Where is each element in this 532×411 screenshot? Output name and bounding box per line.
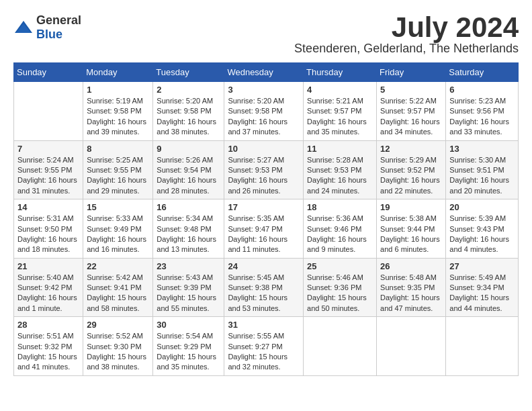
day-info: Sunrise: 5:36 AM Sunset: 9:46 PM Dayligh…	[307, 214, 373, 255]
day-info: Sunrise: 5:45 AM Sunset: 9:38 PM Dayligh…	[228, 273, 300, 314]
day-info: Sunrise: 5:33 AM Sunset: 9:49 PM Dayligh…	[87, 214, 149, 255]
calendar-cell: 28Sunrise: 5:51 AM Sunset: 9:32 PM Dayli…	[14, 317, 83, 376]
header-row: Sunday Monday Tuesday Wednesday Thursday…	[14, 63, 519, 82]
day-info: Sunrise: 5:30 AM Sunset: 9:51 PM Dayligh…	[449, 155, 515, 197]
day-number: 5	[380, 85, 442, 95]
day-info: Sunrise: 5:29 AM Sunset: 9:52 PM Dayligh…	[380, 155, 442, 197]
calendar-cell: 16Sunrise: 5:34 AM Sunset: 9:48 PM Dayli…	[153, 199, 224, 259]
day-info: Sunrise: 5:27 AM Sunset: 9:53 PM Dayligh…	[228, 155, 300, 197]
day-number: 8	[87, 144, 149, 154]
header-tuesday: Tuesday	[153, 63, 224, 82]
header-wednesday: Wednesday	[224, 63, 304, 82]
calendar-body: 1Sunrise: 5:19 AM Sunset: 9:58 PM Daylig…	[14, 82, 519, 376]
page-header: General Blue July 2024 Steenderen, Gelde…	[13, 13, 519, 56]
calendar-cell: 15Sunrise: 5:33 AM Sunset: 9:49 PM Dayli…	[83, 199, 153, 259]
day-info: Sunrise: 5:20 AM Sunset: 9:58 PM Dayligh…	[157, 96, 220, 138]
day-info: Sunrise: 5:26 AM Sunset: 9:54 PM Dayligh…	[157, 155, 220, 197]
header-thursday: Thursday	[304, 63, 377, 82]
logo: General Blue	[13, 13, 81, 42]
calendar-cell: 5Sunrise: 5:22 AM Sunset: 9:57 PM Daylig…	[377, 82, 446, 141]
day-info: Sunrise: 5:55 AM Sunset: 9:27 PM Dayligh…	[228, 331, 300, 373]
calendar-cell: 8Sunrise: 5:25 AM Sunset: 9:55 PM Daylig…	[83, 140, 153, 199]
day-info: Sunrise: 5:25 AM Sunset: 9:55 PM Dayligh…	[87, 155, 149, 197]
day-number: 19	[380, 202, 442, 212]
day-info: Sunrise: 5:24 AM Sunset: 9:55 PM Dayligh…	[17, 155, 79, 197]
calendar-cell: 6Sunrise: 5:23 AM Sunset: 9:56 PM Daylig…	[446, 82, 519, 141]
header-saturday: Saturday	[446, 63, 519, 82]
day-info: Sunrise: 5:43 AM Sunset: 9:39 PM Dayligh…	[157, 273, 220, 314]
location-title: Steenderen, Gelderland, The Netherlands	[294, 42, 519, 56]
day-number: 13	[449, 144, 515, 154]
day-number: 29	[87, 320, 149, 330]
calendar-cell: 22Sunrise: 5:42 AM Sunset: 9:41 PM Dayli…	[83, 258, 153, 317]
calendar-week-5: 28Sunrise: 5:51 AM Sunset: 9:32 PM Dayli…	[14, 317, 519, 376]
calendar-cell: 24Sunrise: 5:45 AM Sunset: 9:38 PM Dayli…	[224, 258, 304, 317]
calendar-cell: 23Sunrise: 5:43 AM Sunset: 9:39 PM Dayli…	[153, 258, 224, 317]
day-number: 22	[87, 261, 149, 271]
calendar-cell: 27Sunrise: 5:49 AM Sunset: 9:34 PM Dayli…	[446, 258, 519, 317]
header-sunday: Sunday	[14, 63, 83, 82]
calendar-table: Sunday Monday Tuesday Wednesday Thursday…	[13, 62, 519, 376]
calendar-cell: 14Sunrise: 5:31 AM Sunset: 9:50 PM Dayli…	[14, 199, 83, 259]
day-info: Sunrise: 5:22 AM Sunset: 9:57 PM Dayligh…	[380, 96, 442, 138]
calendar-cell: 13Sunrise: 5:30 AM Sunset: 9:51 PM Dayli…	[446, 140, 519, 199]
calendar-cell: 20Sunrise: 5:39 AM Sunset: 9:43 PM Dayli…	[446, 199, 519, 259]
calendar-week-2: 7Sunrise: 5:24 AM Sunset: 9:55 PM Daylig…	[14, 140, 519, 199]
day-number: 14	[17, 202, 79, 212]
calendar-cell: 17Sunrise: 5:35 AM Sunset: 9:47 PM Dayli…	[224, 199, 304, 259]
month-year-title: July 2024	[294, 13, 519, 42]
day-info: Sunrise: 5:21 AM Sunset: 9:57 PM Dayligh…	[307, 96, 373, 138]
day-number: 27	[449, 261, 515, 271]
day-info: Sunrise: 5:28 AM Sunset: 9:53 PM Dayligh…	[307, 155, 373, 197]
day-info: Sunrise: 5:46 AM Sunset: 9:36 PM Dayligh…	[307, 273, 373, 314]
calendar-cell	[446, 317, 519, 376]
day-info: Sunrise: 5:48 AM Sunset: 9:35 PM Dayligh…	[380, 273, 442, 314]
day-number: 15	[87, 202, 149, 212]
calendar-cell: 30Sunrise: 5:54 AM Sunset: 9:29 PM Dayli…	[153, 317, 224, 376]
day-number: 6	[449, 85, 515, 95]
day-number: 25	[307, 261, 373, 271]
calendar-cell: 25Sunrise: 5:46 AM Sunset: 9:36 PM Dayli…	[304, 258, 377, 317]
header-friday: Friday	[377, 63, 446, 82]
calendar-cell: 12Sunrise: 5:29 AM Sunset: 9:52 PM Dayli…	[377, 140, 446, 199]
day-number: 7	[17, 144, 79, 154]
day-number: 31	[228, 320, 300, 330]
calendar-cell: 1Sunrise: 5:19 AM Sunset: 9:58 PM Daylig…	[83, 82, 153, 141]
calendar-week-1: 1Sunrise: 5:19 AM Sunset: 9:58 PM Daylig…	[14, 82, 519, 141]
day-info: Sunrise: 5:52 AM Sunset: 9:30 PM Dayligh…	[87, 331, 149, 373]
day-number: 12	[380, 144, 442, 154]
calendar-cell: 29Sunrise: 5:52 AM Sunset: 9:30 PM Dayli…	[83, 317, 153, 376]
day-number: 26	[380, 261, 442, 271]
calendar-header: Sunday Monday Tuesday Wednesday Thursday…	[14, 63, 519, 82]
day-number: 10	[228, 144, 300, 154]
calendar-cell: 2Sunrise: 5:20 AM Sunset: 9:58 PM Daylig…	[153, 82, 224, 141]
calendar-cell: 21Sunrise: 5:40 AM Sunset: 9:42 PM Dayli…	[14, 258, 83, 317]
day-number: 30	[157, 320, 220, 330]
day-number: 21	[17, 261, 79, 271]
calendar-cell	[304, 317, 377, 376]
calendar-cell: 10Sunrise: 5:27 AM Sunset: 9:53 PM Dayli…	[224, 140, 304, 199]
calendar-cell: 4Sunrise: 5:21 AM Sunset: 9:57 PM Daylig…	[304, 82, 377, 141]
calendar-cell	[14, 82, 83, 141]
day-number: 23	[157, 261, 220, 271]
day-info: Sunrise: 5:19 AM Sunset: 9:58 PM Dayligh…	[87, 96, 149, 138]
calendar-cell	[377, 317, 446, 376]
calendar-cell: 19Sunrise: 5:38 AM Sunset: 9:44 PM Dayli…	[377, 199, 446, 259]
day-number: 20	[449, 202, 515, 212]
calendar-week-4: 21Sunrise: 5:40 AM Sunset: 9:42 PM Dayli…	[14, 258, 519, 317]
day-number: 16	[157, 202, 220, 212]
title-area: July 2024 Steenderen, Gelderland, The Ne…	[294, 13, 519, 56]
day-number: 24	[228, 261, 300, 271]
calendar-cell: 9Sunrise: 5:26 AM Sunset: 9:54 PM Daylig…	[153, 140, 224, 199]
calendar-cell: 3Sunrise: 5:20 AM Sunset: 9:58 PM Daylig…	[224, 82, 304, 141]
day-info: Sunrise: 5:51 AM Sunset: 9:32 PM Dayligh…	[17, 331, 79, 373]
calendar-cell: 26Sunrise: 5:48 AM Sunset: 9:35 PM Dayli…	[377, 258, 446, 317]
calendar-week-3: 14Sunrise: 5:31 AM Sunset: 9:50 PM Dayli…	[14, 199, 519, 259]
day-number: 2	[157, 85, 220, 95]
calendar-cell: 18Sunrise: 5:36 AM Sunset: 9:46 PM Dayli…	[304, 199, 377, 259]
header-monday: Monday	[83, 63, 153, 82]
calendar-cell: 7Sunrise: 5:24 AM Sunset: 9:55 PM Daylig…	[14, 140, 83, 199]
day-number: 3	[228, 85, 300, 95]
day-info: Sunrise: 5:23 AM Sunset: 9:56 PM Dayligh…	[449, 96, 515, 138]
day-info: Sunrise: 5:54 AM Sunset: 9:29 PM Dayligh…	[157, 331, 220, 373]
